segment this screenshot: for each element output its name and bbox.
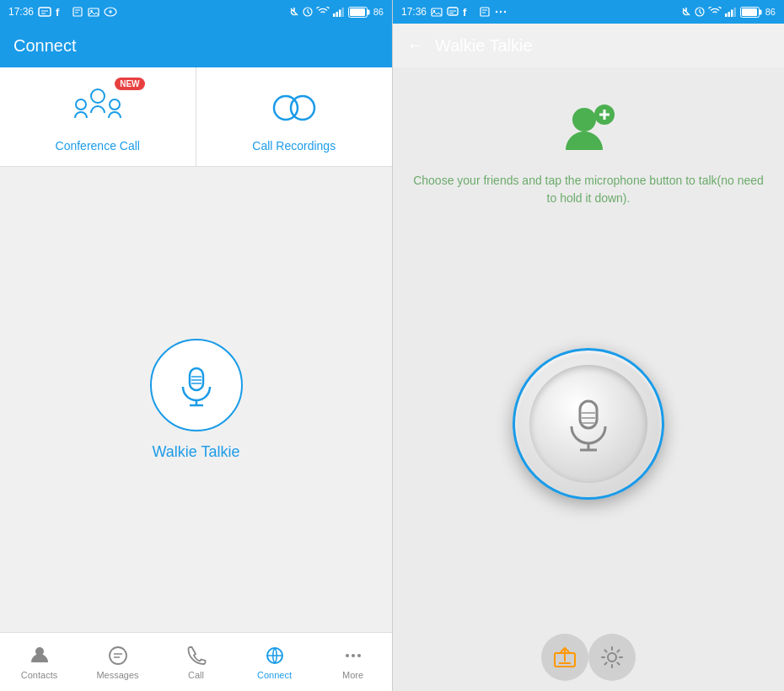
svg-point-29: [346, 654, 349, 657]
clock-icon: [303, 7, 313, 17]
svg-rect-19: [190, 368, 203, 390]
svg-rect-52: [580, 401, 597, 428]
new-badge: NEW: [115, 78, 144, 90]
svg-rect-0: [39, 8, 51, 16]
right-fb-icon: f: [463, 7, 475, 17]
left-battery: 86: [373, 7, 384, 17]
walkie-talkie-button[interactable]: Walkie Talkie: [150, 339, 243, 461]
right-status-right: 86: [681, 7, 776, 18]
settings-button[interactable]: [588, 634, 636, 681]
left-status-left: 17:36 f: [8, 6, 117, 18]
nav-more-label: More: [342, 670, 363, 680]
svg-rect-47: [742, 8, 757, 16]
svg-point-15: [76, 99, 86, 110]
svg-text:f: f: [463, 7, 467, 17]
more-icon: [342, 645, 364, 667]
bottom-nav: Contacts Messages Call Connect More: [0, 632, 392, 691]
nav-connect-label: Connect: [257, 670, 292, 680]
feature-grid: NEW Conference Call: [0, 67, 392, 167]
svg-rect-2: [73, 8, 82, 16]
right-clock-icon: [695, 7, 705, 17]
mic-inner: [529, 365, 647, 483]
nav-more[interactable]: More: [314, 645, 392, 680]
svg-point-16: [110, 99, 120, 110]
facebook-icon: f: [56, 7, 67, 17]
right-doc-icon: [479, 7, 491, 17]
svg-rect-7: [333, 13, 336, 17]
svg-point-14: [91, 89, 105, 103]
hint-text: Choose your friends and tap the micropho…: [410, 172, 767, 207]
game-icon: [104, 7, 117, 17]
add-friends-area: Choose your friends and tap the micropho…: [393, 67, 784, 224]
nav-contacts-label: Contacts: [21, 670, 57, 680]
back-button[interactable]: ←: [406, 35, 425, 56]
call-recordings-item[interactable]: Call Recordings: [196, 67, 393, 166]
left-status-bar: 17:36 f 86: [0, 0, 392, 24]
svg-rect-10: [341, 8, 344, 17]
right-wifi-icon: [708, 7, 722, 17]
right-status-left: 17:36 f: [401, 6, 507, 18]
right-dots-icon: [495, 7, 507, 17]
svg-rect-3: [89, 8, 99, 16]
right-time: 17:36: [401, 6, 427, 18]
contacts-icon: [29, 645, 51, 667]
main-content: Walkie Talkie: [0, 167, 392, 632]
nav-call[interactable]: Call: [157, 645, 235, 680]
right-mute-icon: [681, 7, 691, 17]
walkie-circle: [150, 339, 243, 431]
photo-icon: [88, 7, 99, 17]
message-icon: [38, 7, 51, 17]
svg-rect-42: [728, 12, 730, 17]
share-button[interactable]: [541, 634, 588, 681]
call-recordings-icon: [269, 84, 320, 131]
conference-call-label: Conference Call: [56, 139, 140, 153]
svg-point-30: [352, 654, 355, 657]
svg-point-37: [496, 11, 497, 13]
left-title: Connect: [13, 36, 77, 56]
walkie-talkie-label: Walkie Talkie: [152, 443, 239, 461]
mute-icon: [289, 7, 299, 17]
doc-icon: [72, 7, 83, 17]
right-signal-icon: [725, 7, 737, 17]
conference-call-icon: [72, 84, 123, 131]
left-panel: 17:36 f 86 Connect NEW: [0, 0, 392, 691]
svg-point-26: [110, 647, 126, 664]
svg-rect-8: [336, 12, 338, 17]
call-recordings-label: Call Recordings: [252, 139, 336, 153]
right-title-bar: ← Walkie Talkie: [393, 24, 784, 67]
signal-icon: [333, 7, 345, 17]
mic-button-area: [513, 224, 664, 624]
svg-point-61: [608, 653, 616, 662]
nav-call-label: Call: [188, 670, 204, 680]
nav-messages-label: Messages: [96, 670, 138, 680]
right-msg-icon: [447, 7, 459, 17]
svg-rect-13: [350, 8, 365, 16]
nav-contacts[interactable]: Contacts: [0, 645, 78, 680]
right-battery-icon: [740, 7, 762, 18]
right-panel: 17:36 f 86 ← Walkie Talkie: [392, 0, 784, 691]
svg-point-18: [291, 96, 314, 120]
svg-rect-36: [481, 8, 489, 16]
mic-button[interactable]: [513, 348, 664, 500]
nav-messages[interactable]: Messages: [78, 645, 157, 680]
svg-rect-44: [733, 8, 736, 17]
svg-point-31: [357, 654, 361, 657]
svg-rect-41: [725, 13, 728, 17]
nav-connect[interactable]: Connect: [235, 645, 314, 680]
battery-icon: [348, 7, 370, 18]
svg-point-38: [500, 11, 502, 13]
call-icon: [185, 645, 207, 667]
wifi-icon: [316, 7, 330, 17]
svg-point-48: [572, 108, 596, 131]
right-main: Choose your friends and tap the micropho…: [393, 67, 784, 691]
right-photo-icon: [431, 7, 443, 17]
left-time: 17:36: [8, 6, 34, 18]
add-friend-icon[interactable]: [559, 101, 618, 160]
left-status-right: 86: [289, 7, 384, 18]
messages-icon: [107, 645, 129, 667]
svg-rect-9: [339, 10, 341, 18]
svg-text:f: f: [56, 7, 60, 17]
conference-call-item[interactable]: NEW Conference Call: [0, 67, 196, 166]
bottom-actions: [507, 624, 669, 691]
svg-rect-46: [759, 9, 761, 14]
